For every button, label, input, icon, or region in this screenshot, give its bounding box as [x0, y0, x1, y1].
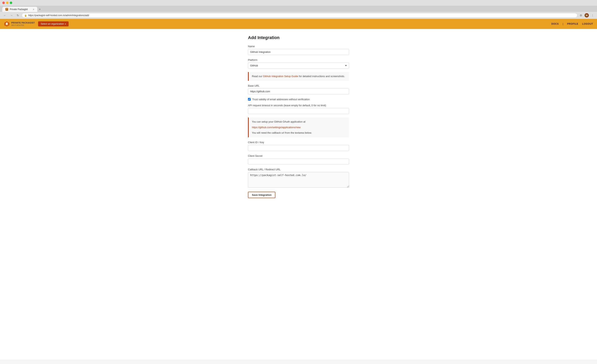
info-suffix: for detailed instructions and screenshot…: [298, 75, 345, 78]
oauth-app-link[interactable]: https://github.com/settings/applications…: [252, 126, 301, 129]
save-integration-button[interactable]: Save Integration: [248, 192, 275, 198]
name-field-group: Name: [248, 45, 349, 55]
browser-refresh-button[interactable]: ↻: [16, 13, 20, 17]
platform-field-group: Platform GitHub GitLab Bitbucket Gitea: [248, 58, 349, 69]
profile-link[interactable]: PROFILE: [567, 23, 578, 25]
minimize-dot[interactable]: [6, 1, 8, 4]
client-secret-label: Client Secret: [248, 155, 349, 157]
platform-label: Platform: [248, 58, 349, 61]
tab-close-button[interactable]: ×: [33, 8, 34, 10]
nav-brand: PRIVATE PACKAGIST Self-Hosted: [4, 21, 35, 27]
api-timeout-field-group: API request timeout in seconds (leave em…: [248, 104, 349, 114]
client-secret-input[interactable]: [248, 158, 349, 164]
api-timeout-label: API request timeout in seconds (leave em…: [248, 104, 349, 107]
new-tab-button[interactable]: +: [39, 8, 41, 11]
maximize-dot[interactable]: [10, 1, 12, 4]
name-label: Name: [248, 45, 349, 48]
callback-url-label: Callback URL / Redirect URL: [248, 168, 349, 171]
platform-select[interactable]: GitHub GitLab Bitbucket Gitea: [248, 62, 349, 69]
browser-forward-button[interactable]: →: [9, 13, 14, 17]
address-bar[interactable]: 🔒 https://packagist-self-hosted.com.lo/a…: [22, 13, 577, 18]
svg-rect-3: [6, 23, 7, 23]
name-input[interactable]: [248, 49, 349, 55]
oauth-info-line2: You will need the callback url from the …: [252, 131, 346, 135]
info-prefix: Read our: [252, 75, 263, 78]
main-content: Add Integration Name Platform GitHub Git…: [244, 29, 353, 204]
oauth-info: You can setup your GitHub OAuth applicat…: [248, 117, 349, 137]
base-url-input[interactable]: [248, 88, 349, 94]
browser-tab[interactable]: 📦 Private Packagist ×: [2, 7, 37, 12]
top-navigation: PRIVATE PACKAGIST Self-Hosted Select an …: [0, 19, 597, 29]
setup-guide-link[interactable]: GitHub Integration Setup Guide: [263, 75, 298, 78]
trust-email-label[interactable]: Trust validity of email addresses withou…: [252, 98, 310, 101]
page-title: Add Integration: [248, 35, 349, 40]
lock-icon: 🔒: [24, 14, 27, 17]
client-id-label: Client ID / Key: [248, 141, 349, 144]
chevron-down-icon: ▾: [65, 23, 66, 25]
extension-button[interactable]: ⚙: [579, 13, 583, 17]
trust-email-checkbox-group: Trust validity of email addresses withou…: [248, 98, 349, 101]
close-dot[interactable]: [2, 1, 5, 4]
callback-url-field-group: Callback URL / Redirect URL https://pack…: [248, 168, 349, 188]
oauth-info-line1: You can setup your GitHub OAuth applicat…: [252, 120, 346, 124]
nav-divider: |: [563, 23, 563, 25]
menu-button[interactable]: ⋮: [590, 13, 595, 17]
select-organization-button[interactable]: Select an organization ▾: [38, 21, 69, 26]
client-secret-field-group: Client Secret: [248, 155, 349, 164]
base-url-field-group: Base URL: [248, 84, 349, 94]
base-url-label: Base URL: [248, 84, 349, 87]
logout-link[interactable]: LOGOUT: [582, 23, 593, 25]
docs-link[interactable]: DOCS: [551, 23, 559, 25]
callback-url-textarea[interactable]: https://packagist-self-hosted.com.lo/: [248, 172, 349, 188]
client-id-input[interactable]: [248, 145, 349, 151]
brand-logo: [4, 21, 10, 27]
tab-favicon: 📦: [5, 8, 8, 11]
setup-guide-info: Read our GitHub Integration Setup Guide …: [248, 72, 349, 81]
tab-title: Private Packagist: [10, 8, 28, 11]
nav-right-links: DOCS | PROFILE LOGOUT: [551, 23, 593, 25]
brand-text: PRIVATE PACKAGIST Self-Hosted: [11, 22, 35, 26]
trust-email-checkbox[interactable]: [248, 98, 251, 101]
user-avatar[interactable]: W: [585, 13, 589, 17]
url-text: https://packagist-self-hosted.com.lo/adm…: [28, 14, 89, 17]
client-id-field-group: Client ID / Key: [248, 141, 349, 151]
browser-back-button[interactable]: ←: [2, 13, 7, 17]
api-timeout-input[interactable]: [248, 108, 349, 114]
